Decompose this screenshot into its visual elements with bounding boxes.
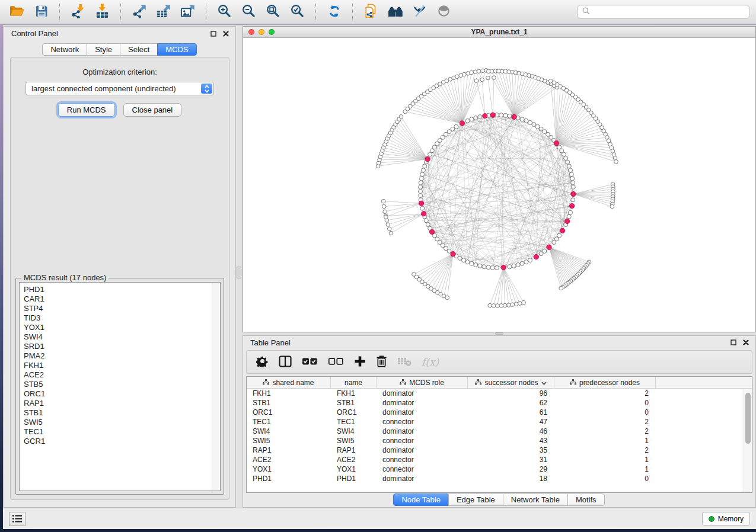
- mcds-result-item[interactable]: TEC1: [24, 427, 220, 437]
- settings-gear-button[interactable]: [256, 353, 269, 371]
- table-cell[interactable]: SWI4: [331, 427, 377, 435]
- table-cell[interactable]: PHD1: [331, 475, 377, 483]
- mcds-result-item[interactable]: SWI4: [24, 332, 220, 342]
- table-cell[interactable]: ORC1: [331, 408, 377, 416]
- select-all-button[interactable]: [302, 353, 318, 371]
- table-cell[interactable]: 47: [468, 418, 554, 426]
- table-cell[interactable]: RAP1: [247, 446, 331, 454]
- network-view[interactable]: [243, 39, 755, 332]
- table-cell[interactable]: 31: [468, 456, 554, 464]
- table-cell[interactable]: 0: [554, 475, 656, 483]
- table-cell[interactable]: SWI5: [247, 437, 331, 445]
- mcds-result-item[interactable]: RAP1: [24, 399, 220, 408]
- mcds-list-scrollbar[interactable]: [212, 283, 219, 490]
- table-cell[interactable]: YOX1: [247, 465, 331, 473]
- tab-motifs[interactable]: Motifs: [567, 493, 605, 506]
- table-cell[interactable]: dominator: [377, 446, 468, 454]
- table-cell[interactable]: FKH1: [247, 389, 331, 398]
- vertical-splitter-handle[interactable]: [237, 267, 241, 278]
- table-cell[interactable]: ACE2: [331, 456, 377, 464]
- export-image-button[interactable]: [177, 2, 199, 22]
- table-cell[interactable]: RAP1: [331, 446, 377, 454]
- table-cell[interactable]: 1: [554, 465, 656, 473]
- table-cell[interactable]: 2: [554, 427, 656, 435]
- table-cell[interactable]: 35: [468, 446, 554, 454]
- table-cell[interactable]: FKH1: [331, 389, 377, 398]
- table-cell[interactable]: dominator: [377, 408, 468, 416]
- close-mcds-panel-button[interactable]: Close panel: [123, 103, 182, 117]
- table-row[interactable]: STB1STB1dominator620: [247, 398, 752, 408]
- deselect-all-button[interactable]: [328, 353, 344, 371]
- mcds-result-item[interactable]: SRD1: [24, 342, 220, 351]
- table-cell[interactable]: 1: [554, 456, 656, 464]
- mcds-result-item[interactable]: TID3: [24, 313, 220, 323]
- tab-mcds[interactable]: MCDS: [157, 43, 196, 56]
- memory-button[interactable]: Memory: [702, 512, 750, 525]
- mcds-result-item[interactable]: STP4: [24, 304, 220, 313]
- column-header-shared-name[interactable]: shared name: [247, 377, 331, 388]
- table-cell[interactable]: TEC1: [331, 418, 377, 426]
- tab-edge-table[interactable]: Edge Table: [448, 493, 503, 506]
- table-scrollbar-thumb[interactable]: [745, 393, 751, 444]
- tab-node-table[interactable]: Node Table: [393, 493, 449, 506]
- delete-column-button[interactable]: [376, 353, 387, 371]
- table-cell[interactable]: STB1: [247, 399, 331, 407]
- table-cell[interactable]: 18: [468, 475, 554, 483]
- zoom-in-button[interactable]: [213, 2, 235, 22]
- import-table-button[interactable]: [91, 2, 113, 22]
- mcds-result-item[interactable]: STB1: [24, 408, 220, 418]
- table-cell[interactable]: 2: [554, 389, 656, 398]
- hide-selected-button[interactable]: [409, 2, 430, 22]
- import-network-button[interactable]: [67, 2, 89, 22]
- tab-style[interactable]: Style: [87, 43, 120, 56]
- table-row[interactable]: YOX1YOX1connector291: [247, 464, 752, 474]
- table-cell[interactable]: 43: [468, 437, 554, 445]
- search-input[interactable]: [594, 8, 745, 16]
- table-row[interactable]: FKH1FKH1dominator962: [247, 389, 752, 398]
- mcds-result-list[interactable]: PHD1CAR1STP4TID3YOX1SWI4SRD1PMA2FKH1ACE2…: [19, 282, 221, 491]
- mcds-result-item[interactable]: SWI5: [24, 418, 220, 427]
- table-cell[interactable]: connector: [377, 418, 468, 426]
- tab-network[interactable]: Network: [42, 43, 87, 56]
- mcds-result-item[interactable]: YOX1: [24, 323, 220, 332]
- mcds-result-item[interactable]: STB5: [24, 380, 220, 389]
- table-cell[interactable]: SWI5: [331, 437, 377, 445]
- table-cell[interactable]: 2: [554, 446, 656, 454]
- mcds-result-item[interactable]: CAR1: [24, 294, 220, 304]
- column-header-successor-nodes[interactable]: successor nodes: [468, 377, 554, 388]
- optimization-criterion-select[interactable]: largest connected component (undirected): [25, 82, 214, 95]
- column-header-predecessor-nodes[interactable]: predecessor nodes: [554, 377, 656, 388]
- table-cell[interactable]: SWI4: [247, 427, 331, 435]
- table-cell[interactable]: 61: [468, 408, 554, 416]
- tab-select[interactable]: Select: [120, 43, 158, 56]
- table-cell[interactable]: ACE2: [247, 456, 331, 464]
- network-canvas[interactable]: [243, 39, 755, 332]
- clone-network-button[interactable]: [360, 2, 382, 22]
- zoom-selected-button[interactable]: [286, 2, 308, 22]
- table-row[interactable]: PHD1PHD1dominator180: [247, 474, 752, 483]
- table-cell[interactable]: dominator: [377, 389, 468, 398]
- network-window-titlebar[interactable]: YPA_prune.txt_1: [243, 27, 755, 38]
- column-header-MCDS-role[interactable]: MCDS role: [377, 377, 468, 388]
- mcds-result-item[interactable]: ACE2: [24, 370, 220, 380]
- table-cell[interactable]: STB1: [331, 399, 377, 407]
- export-table-button[interactable]: [152, 2, 174, 22]
- close-panel-button[interactable]: [222, 30, 229, 37]
- table-scrollbar[interactable]: [744, 389, 752, 492]
- table-row[interactable]: ACE2ACE2connector311: [247, 455, 752, 464]
- tab-network-table[interactable]: Network Table: [503, 493, 568, 506]
- table-cell[interactable]: connector: [377, 456, 468, 464]
- float-table-panel-button[interactable]: [730, 339, 737, 346]
- table-cell[interactable]: 2: [554, 418, 656, 426]
- mcds-result-item[interactable]: ORC1: [24, 389, 220, 399]
- table-row[interactable]: SWI4SWI4dominator462: [247, 427, 752, 436]
- zoom-fit-button[interactable]: [262, 2, 284, 22]
- vertical-splitter[interactable]: [236, 26, 243, 508]
- table-row[interactable]: TEC1TEC1connector472: [247, 417, 752, 427]
- run-mcds-button[interactable]: Run MCDS: [58, 103, 115, 117]
- table-cell[interactable]: connector: [377, 465, 468, 473]
- mcds-result-item[interactable]: PHD1: [24, 285, 220, 294]
- table-cell[interactable]: 0: [554, 408, 656, 416]
- close-table-panel-button[interactable]: [742, 339, 749, 346]
- table-row[interactable]: RAP1RAP1dominator352: [247, 446, 752, 455]
